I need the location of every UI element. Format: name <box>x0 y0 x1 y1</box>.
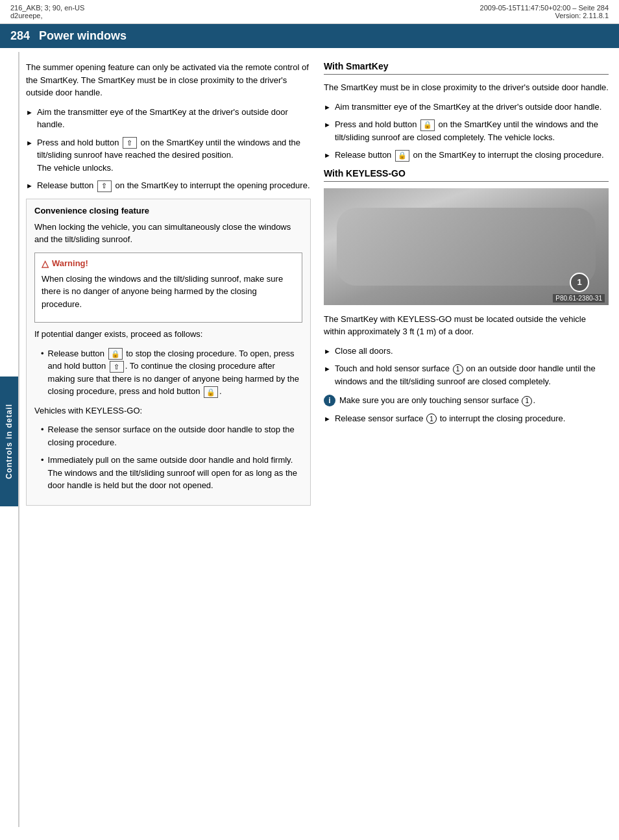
arrow-icon: ► <box>324 150 331 161</box>
arrow-icon: ► <box>324 346 331 357</box>
warning-box: △ Warning! When closing the windows and … <box>34 253 302 323</box>
page-header: 284 Power windows <box>0 24 619 48</box>
left-border-line <box>18 52 19 827</box>
content-wrapper: The summer opening feature can only be a… <box>0 48 619 528</box>
keyless-go-image: 1 P80.61-2380-31 <box>324 188 609 305</box>
list-item: ► Close all doors. <box>324 345 609 358</box>
btn-icon-lock2: 🔒 <box>204 386 218 398</box>
list-item: ► Touch and hold sensor surface 1 on an … <box>324 362 609 388</box>
list-item: • Release the sensor surface on the outs… <box>34 423 302 449</box>
arrow-icon: ► <box>324 364 331 375</box>
arrow-icon: ► <box>324 102 331 113</box>
warning-title: △ Warning! <box>42 258 295 269</box>
intro-bullet-list: ► Aim the transmitter eye of the SmartKe… <box>26 106 311 192</box>
info-note: i Make sure you are only touching sensor… <box>324 394 609 407</box>
side-tab: Controls in detail <box>0 377 18 506</box>
if-danger-text: If potential danger exists, proceed as f… <box>34 328 302 341</box>
keyless-bullet-list-2: ► Release sensor surface 1 to interrupt … <box>324 412 609 425</box>
dot-bullet: • <box>41 423 44 436</box>
list-item: ► Aim transmitter eye of the SmartKey at… <box>324 101 609 114</box>
warning-triangle-icon: △ <box>42 258 49 269</box>
dot-bullet: • <box>41 454 44 467</box>
btn-icon-lock-r: 🔒 <box>420 119 435 131</box>
keyless-dot-list: • Release the sensor surface on the outs… <box>34 423 302 492</box>
list-item: • Immediately pull on the same outside d… <box>34 454 302 492</box>
vehicles-keyless-label: Vehicles with KEYLESS-GO: <box>34 404 302 417</box>
button-icon-up2: ⇧ <box>97 180 112 192</box>
circle-num-1c: 1 <box>426 414 437 424</box>
warning-text: When closing the windows and the tilt/sl… <box>42 273 295 311</box>
dot-list: • Release button 🔒 to stop the closing p… <box>34 347 302 398</box>
list-item: ► Press and hold button 🔒 on the SmartKe… <box>324 118 609 143</box>
meta-right: 2009-05-15T11:47:50+02:00 – Seite 284Ver… <box>480 4 609 19</box>
meta-left: 216_AKB; 3; 90, en-USd2ureepe, <box>10 4 84 19</box>
left-column: The summer opening feature can only be a… <box>26 61 311 515</box>
keyless-section-title: With KEYLESS-GO <box>324 168 609 182</box>
image-label: P80.61-2380-31 <box>553 294 605 303</box>
list-item: ► Release button 🔒 on the SmartKey to in… <box>324 149 609 162</box>
list-item: ► Release sensor surface 1 to interrupt … <box>324 412 609 425</box>
info-icon: i <box>324 395 335 406</box>
arrow-icon: ► <box>324 414 331 425</box>
keyless-bullet-list: ► Close all doors. ► Touch and hold sens… <box>324 345 609 388</box>
smartkey-section-title: With SmartKey <box>324 61 609 75</box>
button-icon-up: ⇧ <box>123 137 137 149</box>
list-item: ► Aim the transmitter eye of the SmartKe… <box>26 106 311 131</box>
keyless-intro: The SmartKey with KEYLESS-GO must be loc… <box>324 313 609 338</box>
smartkey-intro: The SmartKey must be in close proximity … <box>324 81 609 94</box>
closing-feature-box: Convenience closing feature When locking… <box>26 199 311 506</box>
circle-label-1: 1 <box>570 273 589 292</box>
side-tab-label: Controls in detail <box>5 404 14 479</box>
intro-paragraph: The summer opening feature can only be a… <box>26 61 311 99</box>
list-item: ► Press and hold button ⇧ on the SmartKe… <box>26 136 311 175</box>
btn-icon-lock-r2: 🔒 <box>395 150 409 162</box>
page-number: 284 <box>10 29 30 43</box>
right-column: With SmartKey The SmartKey must be in cl… <box>324 61 609 515</box>
dot-bullet: • <box>41 347 44 360</box>
arrow-icon: ► <box>26 138 33 149</box>
page-title: Power windows <box>39 29 127 43</box>
meta-bar: 216_AKB; 3; 90, en-USd2ureepe, 2009-05-1… <box>0 0 619 24</box>
closing-feature-intro: When locking the vehicle, you can simult… <box>34 221 302 246</box>
arrow-icon: ► <box>26 107 33 118</box>
arrow-icon: ► <box>324 119 331 130</box>
btn-icon-lock: 🔒 <box>108 348 123 360</box>
list-item: • Release button 🔒 to stop the closing p… <box>34 347 302 398</box>
arrow-icon: ► <box>26 180 33 191</box>
circle-num-1: 1 <box>453 364 463 375</box>
closing-feature-title: Convenience closing feature <box>34 206 302 216</box>
list-item: ► Release button ⇧ on the SmartKey to in… <box>26 179 311 192</box>
btn-icon-up3: ⇧ <box>110 361 124 373</box>
smartkey-bullet-list: ► Aim transmitter eye of the SmartKey at… <box>324 101 609 162</box>
circle-num-1b: 1 <box>522 396 532 406</box>
